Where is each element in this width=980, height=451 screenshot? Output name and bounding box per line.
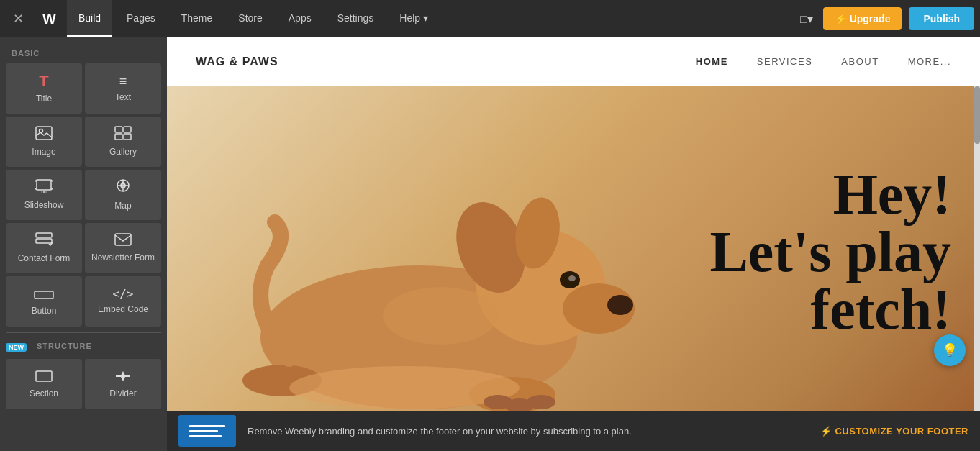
- svg-rect-17: [115, 234, 131, 245]
- embed-code-icon: </>: [113, 288, 134, 300]
- sidebar-item-slideshow-label: Slideshow: [24, 200, 64, 210]
- contact-form-icon: [35, 232, 53, 249]
- footer-cta-label: CUSTOMIZE YOUR FOOTER: [835, 426, 968, 437]
- tab-store[interactable]: Store: [227, 0, 273, 37]
- structure-elements-grid: Section Divider: [6, 359, 161, 409]
- gallery-icon: [114, 126, 132, 142]
- sidebar-item-newsletter-form[interactable]: Newsletter Form: [85, 223, 161, 273]
- svg-rect-0: [36, 127, 52, 140]
- tab-help[interactable]: Help ▾: [388, 0, 440, 37]
- hero-heading: Hey! Let's play fetch!: [709, 165, 951, 338]
- site-navbar: WAG & PAWS HOME SERVICES ABOUT MORE...: [167, 37, 980, 86]
- sidebar-item-embed-code-label: Embed Code: [98, 304, 148, 314]
- svg-point-9: [45, 191, 47, 193]
- svg-rect-2: [115, 127, 122, 132]
- sidebar-item-text[interactable]: ≡ Text: [85, 63, 161, 114]
- button-icon: [34, 287, 54, 301]
- svg-rect-15: [36, 233, 52, 237]
- tab-theme[interactable]: Theme: [170, 0, 224, 37]
- new-badge: NEW: [6, 343, 27, 352]
- svg-marker-21: [121, 371, 125, 375]
- sidebar-item-gallery[interactable]: Gallery: [85, 117, 161, 167]
- sidebar-item-text-label: Text: [115, 92, 131, 102]
- sidebar-item-title-label: Title: [36, 94, 52, 104]
- svg-point-8: [41, 191, 42, 193]
- sidebar-item-section-label: Section: [30, 388, 58, 398]
- basic-elements-grid: T Title ≡ Text Image: [6, 63, 161, 327]
- sidebar-item-contact-form[interactable]: Contact Form: [6, 223, 82, 273]
- svg-rect-3: [124, 127, 131, 132]
- hero-text: Hey! Let's play fetch!: [709, 165, 951, 338]
- site-nav-about[interactable]: ABOUT: [841, 56, 879, 67]
- sidebar-item-section[interactable]: Section: [6, 359, 82, 409]
- puppy-image: [167, 86, 696, 411]
- structure-section-label: STRUCTURE: [31, 339, 98, 356]
- svg-rect-4: [115, 134, 122, 140]
- svg-rect-18: [35, 291, 53, 299]
- upgrade-button[interactable]: Upgrade: [823, 7, 902, 30]
- sidebar-item-divider[interactable]: Divider: [85, 359, 161, 409]
- sidebar-item-slideshow[interactable]: Slideshow: [6, 170, 82, 220]
- sidebar-item-newsletter-label: Newsletter Form: [91, 252, 155, 263]
- lightbulb-icon: 💡: [942, 342, 958, 358]
- footer-bar: Remove Weebly branding and customize the…: [167, 411, 980, 451]
- sidebar-item-image[interactable]: Image: [6, 117, 82, 167]
- slideshow-icon: [35, 179, 53, 196]
- site-nav-more[interactable]: MORE...: [908, 56, 951, 67]
- sidebar-item-gallery-label: Gallery: [109, 147, 137, 157]
- sidebar-item-button[interactable]: Button: [6, 276, 82, 327]
- svg-marker-22: [121, 377, 125, 381]
- site-nav-links: HOME SERVICES ABOUT MORE...: [696, 56, 951, 67]
- image-icon: [35, 126, 53, 142]
- svg-rect-5: [124, 134, 131, 140]
- sidebar-item-button-label: Button: [32, 306, 57, 316]
- map-icon: [115, 178, 131, 196]
- site-brand: WAG & PAWS: [196, 55, 278, 68]
- footer-description: Remove Weebly branding and customize the…: [248, 426, 809, 437]
- svg-rect-19: [36, 371, 52, 381]
- svg-point-26: [607, 295, 633, 315]
- tab-build[interactable]: Build: [67, 0, 112, 37]
- svg-point-14: [122, 182, 124, 184]
- elements-sidebar: BASIC T Title ≡ Text: [0, 37, 167, 451]
- website-preview: WAG & PAWS HOME SERVICES ABOUT MORE...: [167, 37, 980, 411]
- top-navigation: ✕ W Build Pages Theme Store Apps Setting…: [0, 0, 980, 37]
- structure-section-header: NEW STRUCTURE: [6, 339, 161, 359]
- tab-pages[interactable]: Pages: [115, 0, 167, 37]
- weebly-logo: W: [34, 11, 64, 27]
- svg-rect-6: [37, 180, 51, 190]
- main-layout: BASIC T Title ≡ Text: [0, 37, 980, 451]
- hero-section: Hey! Let's play fetch! 💡: [167, 86, 980, 411]
- canvas-area: WAG & PAWS HOME SERVICES ABOUT MORE...: [167, 37, 980, 451]
- svg-point-28: [568, 275, 576, 281]
- hero-background: Hey! Let's play fetch!: [167, 86, 980, 411]
- scrollbar-thumb[interactable]: [974, 86, 980, 144]
- lightning-icon: ⚡: [820, 426, 832, 437]
- tab-apps[interactable]: Apps: [277, 0, 323, 37]
- footer-preview-image: [178, 415, 236, 447]
- basic-section-label: BASIC: [6, 46, 161, 63]
- site-nav-home[interactable]: HOME: [696, 56, 728, 67]
- newsletter-form-icon: [114, 233, 132, 248]
- sidebar-item-title[interactable]: T Title: [6, 63, 82, 114]
- close-button[interactable]: ✕: [6, 5, 31, 32]
- sidebar-item-contact-form-label: Contact Form: [18, 253, 71, 263]
- sidebar-item-embed-code[interactable]: </> Embed Code: [85, 276, 161, 327]
- sidebar-item-map[interactable]: Map: [85, 170, 161, 220]
- publish-button[interactable]: Publish: [909, 7, 974, 30]
- section-icon: [35, 370, 53, 384]
- sidebar-item-map-label: Map: [114, 201, 131, 211]
- device-preview-icon[interactable]: □▾: [793, 6, 820, 32]
- divider-icon: [114, 370, 132, 384]
- text-icon: ≡: [119, 75, 127, 88]
- svg-rect-16: [36, 239, 52, 243]
- footer-preview-lines: [189, 425, 225, 437]
- site-nav-services[interactable]: SERVICES: [757, 56, 813, 67]
- customize-footer-button[interactable]: ⚡ CUSTOMIZE YOUR FOOTER: [820, 426, 968, 437]
- title-icon: T: [39, 73, 48, 89]
- svg-point-33: [383, 287, 498, 345]
- svg-point-7: [43, 191, 45, 193]
- help-fab-button[interactable]: 💡: [934, 334, 966, 366]
- tab-settings[interactable]: Settings: [326, 0, 386, 37]
- scrollbar-track[interactable]: [974, 86, 980, 411]
